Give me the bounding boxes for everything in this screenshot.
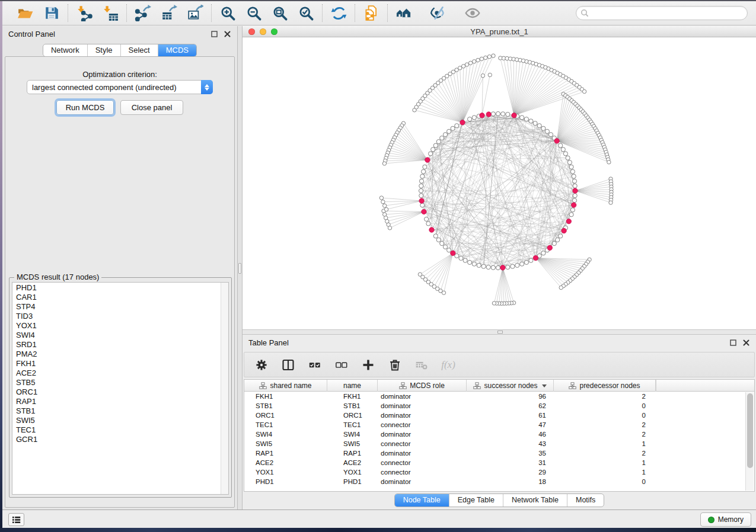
column-label: name [343, 382, 361, 390]
float-panel-icon[interactable] [729, 339, 737, 347]
mcds-result-item[interactable]: STB5 [12, 378, 221, 387]
mcds-result-item[interactable]: FKH1 [12, 359, 221, 368]
table-row[interactable]: SWI5SWI5connector431 [244, 439, 754, 448]
vertical-splitter[interactable] [237, 26, 243, 509]
mcds-result-item[interactable]: PHD1 [12, 283, 221, 293]
task-history-button[interactable] [8, 513, 24, 526]
splitter-handle[interactable] [238, 263, 241, 274]
close-panel-icon[interactable] [224, 30, 231, 38]
close-panel-icon[interactable] [742, 339, 750, 347]
mcds-result-item[interactable]: RAP1 [12, 397, 221, 406]
mcds-result-item[interactable]: TEC1 [12, 425, 221, 435]
mcds-result-title: MCDS result (17 nodes) [14, 273, 101, 281]
control-panel-tabs: NetworkStyleSelectMCDS [2, 44, 237, 57]
tab-mcds[interactable]: MCDS [158, 44, 196, 56]
table-row[interactable]: FKH1FKH1dominator962 [244, 392, 754, 401]
close-window-icon[interactable] [248, 28, 255, 35]
close-panel-button[interactable]: Close panel [120, 100, 183, 115]
select-all-icon[interactable] [308, 358, 321, 371]
scrollbar-thumb[interactable] [747, 393, 753, 468]
tab-network[interactable]: Network [43, 44, 87, 56]
network-home-icon[interactable] [395, 5, 412, 21]
import-table-icon[interactable] [102, 5, 119, 21]
tab-motifs[interactable]: Motifs [567, 494, 604, 507]
search-input[interactable] [576, 6, 748, 20]
minimize-window-icon[interactable] [260, 28, 266, 35]
table-scrollbar[interactable] [745, 392, 754, 491]
mcds-result-item[interactable]: PMA2 [12, 350, 221, 359]
tab-style[interactable]: Style [87, 44, 120, 56]
tab-edge-table[interactable]: Edge Table [449, 494, 503, 507]
zoom-selected-icon[interactable] [298, 5, 314, 21]
cell-name: ORC1 [327, 411, 378, 420]
table-tab-group: Node TableEdge TableNetwork TableMotifs [394, 493, 605, 507]
tab-node-table[interactable]: Node Table [395, 494, 449, 507]
table-row[interactable]: ORC1ORC1dominator610 [244, 411, 754, 420]
table-header-row: shared namenameMCDS rolesuccessor nodesp… [244, 380, 754, 392]
memory-button[interactable]: Memory [700, 512, 751, 527]
export-image-icon[interactable] [187, 5, 203, 21]
cell-name: YOX1 [327, 467, 378, 477]
mcds-result-item[interactable]: GCR1 [12, 435, 221, 444]
splitter-handle[interactable] [497, 331, 503, 334]
cell-successor_nodes: 31 [467, 458, 554, 467]
zoom-window-icon[interactable] [271, 28, 277, 35]
mcds-list-scrollbar[interactable] [221, 283, 228, 494]
network-view-window: YPA_prune.txt_1 [243, 26, 756, 335]
gear-icon[interactable] [255, 358, 268, 371]
mcds-result-item[interactable]: SWI5 [12, 416, 221, 425]
zoom-fit-icon[interactable] [272, 5, 288, 21]
toolbar-group [212, 5, 322, 21]
table-row[interactable]: SWI4SWI4dominator462 [244, 430, 754, 439]
tab-select[interactable]: Select [120, 44, 158, 56]
open-folder-icon[interactable] [17, 5, 34, 21]
delete-row-icon[interactable] [388, 358, 401, 371]
float-panel-icon[interactable] [210, 30, 218, 38]
refresh-icon[interactable] [330, 5, 347, 21]
hide-graphics-details-icon[interactable] [430, 5, 446, 21]
zoom-in-icon[interactable] [219, 5, 236, 21]
table-row[interactable]: STB1STB1dominator620 [244, 401, 754, 411]
tab-network-table[interactable]: Network Table [503, 494, 567, 507]
export-network-icon[interactable] [135, 5, 151, 21]
mcds-result-group: MCDS result (17 nodes) PHD1CAR1STP4TID3Y… [9, 277, 232, 498]
column-header-shared-name[interactable]: shared name [244, 380, 327, 392]
network-graph[interactable] [243, 37, 756, 329]
mcds-result-item[interactable]: TID3 [12, 312, 221, 321]
mcds-result-item[interactable]: SWI4 [12, 331, 221, 340]
copy-document-icon[interactable] [363, 5, 379, 21]
mcds-result-item[interactable]: STB1 [12, 406, 221, 416]
table-row[interactable]: ACE2ACE2connector311 [244, 458, 754, 467]
table-row[interactable]: TEC1TEC1connector472 [244, 420, 754, 430]
zoom-out-icon[interactable] [245, 5, 262, 21]
add-row-icon[interactable] [362, 358, 375, 371]
columns-icon[interactable] [282, 358, 295, 371]
deselect-all-icon[interactable] [335, 358, 348, 371]
mcds-result-item[interactable]: CAR1 [12, 293, 221, 302]
column-header-successor-nodes[interactable]: successor nodes [467, 380, 554, 392]
mcds-result-item[interactable]: ACE2 [12, 368, 221, 378]
save-icon[interactable] [43, 5, 60, 21]
mcds-result-item[interactable]: YOX1 [12, 321, 221, 331]
mcds-result-item[interactable]: ORC1 [12, 387, 221, 397]
column-header-name[interactable]: name [327, 380, 378, 392]
toolbar-group [9, 5, 68, 21]
network-window-titlebar[interactable]: YPA_prune.txt_1 [243, 26, 756, 37]
run-mcds-button[interactable]: Run MCDS [56, 100, 114, 115]
import-network-icon[interactable] [76, 5, 92, 21]
table-row[interactable]: PHD1PHD1dominator180 [244, 477, 754, 486]
horizontal-splitter[interactable] [243, 329, 756, 335]
criterion-selected-value: largest connected component (undirected) [27, 83, 201, 92]
show-graphics-details-icon[interactable] [464, 5, 481, 21]
mcds-tab-content: Optimization criterion: largest connecte… [5, 56, 235, 508]
network-canvas[interactable] [243, 37, 756, 329]
mcds-result-item[interactable]: STP4 [12, 302, 221, 312]
table-row[interactable]: YOX1YOX1connector291 [244, 467, 754, 477]
mcds-result-list[interactable]: PHD1CAR1STP4TID3YOX1SWI4SRD1PMA2FKH1ACE2… [12, 283, 221, 494]
criterion-select[interactable]: largest connected component (undirected) [27, 80, 213, 94]
mcds-result-item[interactable]: SRD1 [12, 340, 221, 350]
column-header-predecessor-nodes[interactable]: predecessor nodes [554, 380, 656, 392]
column-header-MCDS-role[interactable]: MCDS role [378, 380, 467, 392]
table-row[interactable]: RAP1RAP1dominator352 [244, 448, 754, 458]
export-table-icon[interactable] [161, 5, 177, 21]
